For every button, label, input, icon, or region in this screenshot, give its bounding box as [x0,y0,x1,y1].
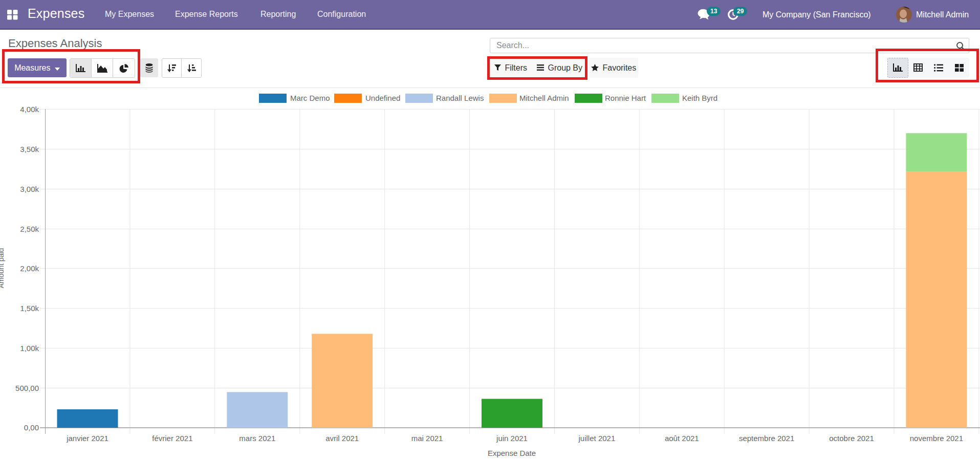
svg-text:1,00k: 1,00k [20,344,39,353]
svg-text:juillet 2021: juillet 2021 [578,434,616,443]
svg-text:janvier 2021: janvier 2021 [66,434,108,443]
svg-text:0,00: 0,00 [24,423,39,432]
svg-text:Amount paid: Amount paid [0,248,5,289]
svg-text:3,00k: 3,00k [20,185,39,193]
svg-text:mai 2021: mai 2021 [411,434,443,443]
svg-text:juin 2021: juin 2021 [496,434,528,443]
svg-text:février 2021: février 2021 [152,434,192,443]
svg-text:septembre 2021: septembre 2021 [739,434,794,443]
svg-text:mars 2021: mars 2021 [239,434,275,443]
svg-text:500,00: 500,00 [15,384,39,392]
svg-text:août 2021: août 2021 [665,434,699,443]
svg-text:Expense Date: Expense Date [488,449,536,457]
svg-text:octobre 2021: octobre 2021 [829,434,874,443]
svg-text:1,50k: 1,50k [20,304,39,313]
svg-text:4,00k: 4,00k [20,105,39,114]
svg-text:2,00k: 2,00k [20,264,39,273]
svg-text:2,50k: 2,50k [20,225,39,233]
svg-text:novembre 2021: novembre 2021 [910,434,963,443]
svg-text:avril 2021: avril 2021 [325,434,359,443]
svg-text:3,50k: 3,50k [20,145,39,153]
